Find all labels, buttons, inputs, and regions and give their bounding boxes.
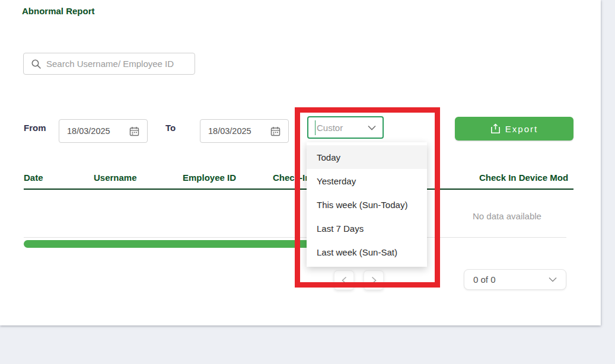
page-title: Abnormal Report [22,6,95,16]
previous-page-button[interactable] [334,270,354,290]
dropdown-option-last-7-days[interactable]: Last 7 Days [307,216,427,240]
export-icon [490,123,501,134]
search-icon [31,59,42,69]
search-input[interactable]: Search Username/ Employee ID [23,53,195,75]
from-date-value: 18/03/2025 [67,126,110,136]
empty-state-text: No data available [473,211,541,221]
chevron-right-icon [371,276,377,285]
abnormal-report-page: Abnormal Report Search Username/ Employe… [0,0,615,364]
page-size-select[interactable]: 0 of 0 [464,269,566,290]
search-placeholder: Search Username/ Employee ID [46,59,174,69]
column-header-check-in: Check-In [273,173,310,183]
dropdown-option-yesterday[interactable]: Yesterday [307,169,427,193]
to-date-value: 18/03/2025 [208,126,251,136]
date-range-value: Custor [317,123,368,133]
to-date-input[interactable]: 18/03/2025 [200,119,289,143]
calendar-icon[interactable] [270,126,281,136]
next-page-button[interactable] [364,270,384,290]
page-size-value: 0 of 0 [473,274,496,285]
calendar-icon[interactable] [129,126,139,136]
from-date-input[interactable]: 18/03/2025 [59,119,148,143]
column-header-check-in-device: Check In Device Mod [479,173,568,183]
dropdown-option-today[interactable]: Today [307,145,427,169]
date-range-select[interactable]: Custor [307,116,384,139]
content-card: Abnormal Report Search Username/ Employe… [0,0,601,325]
dropdown-option-last-week[interactable]: Last week (Sun-Sat) [307,240,427,264]
table-header-row: Date Username Employee ID Check-In Check… [0,166,574,190]
chevron-down-icon [368,125,376,130]
chevron-left-icon [342,276,347,285]
date-range-dropdown-menu: Today Yesterday This week (Sun-Today) La… [307,142,427,267]
column-header-date: Date [24,173,43,183]
row-separator [24,237,566,238]
export-button[interactable]: Export [455,117,573,141]
to-label: To [165,123,176,133]
column-header-employee-id: Employee ID [183,173,236,183]
table-header-underline [24,189,573,190]
text-caret [315,120,316,135]
export-button-label: Export [505,124,538,134]
chevron-down-icon [549,277,557,282]
column-header-username: Username [94,173,137,183]
dropdown-option-this-week[interactable]: This week (Sun-Today) [307,193,427,216]
from-label: From [24,123,46,133]
